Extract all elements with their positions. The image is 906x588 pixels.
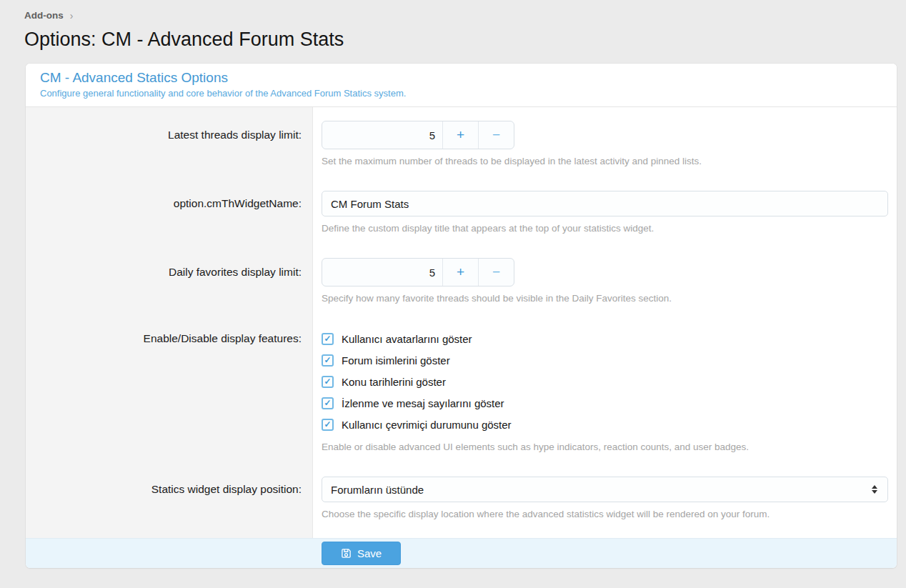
field-label: Statics widget display position: (26, 477, 312, 519)
checkbox-show-views-messages[interactable]: ✓ İzlenme ve mesaj sayılarını göster (322, 392, 888, 414)
selected-option: Forumların üstünde (331, 484, 424, 496)
increment-button[interactable]: + (442, 259, 478, 286)
checkbox-label: Konu tarihlerini göster (342, 376, 446, 388)
checkbox-show-online-status[interactable]: ✓ Kullanıcı çevrimiçi durumunu göster (322, 414, 888, 435)
form-row-widget-name: option.cmThWidgetName: Define the custom… (26, 191, 897, 234)
field-content: + − Specify how many favorite threads sh… (312, 258, 897, 304)
widget-position-select[interactable]: Forumların üstünde (322, 477, 888, 502)
panel-title: CM - Advanced Statics Options (40, 70, 882, 86)
field-content: Define the custom display title that app… (312, 191, 897, 234)
latest-threads-limit-spinner: + − (322, 121, 514, 149)
form-row-latest-threads-limit: Latest threads display limit: + − Set th… (26, 121, 897, 166)
form-row-display-features: Enable/Disable display features: ✓ Kulla… (26, 328, 897, 452)
checkbox-label: Kullanıcı çevrimiçi durumunu göster (342, 419, 512, 431)
checkbox-checked-icon[interactable]: ✓ (322, 376, 334, 388)
checkbox-checked-icon[interactable]: ✓ (322, 333, 334, 345)
panel-footer: Save (26, 538, 897, 568)
field-content: Forumların üstünde Choose the specific d… (312, 477, 897, 519)
checkbox-checked-icon[interactable]: ✓ (322, 397, 334, 409)
decrement-button[interactable]: − (478, 121, 514, 149)
options-panel: CM - Advanced Statics Options Configure … (26, 64, 897, 568)
daily-favorites-limit-spinner: + − (322, 258, 514, 286)
latest-threads-limit-input[interactable] (322, 121, 442, 149)
field-label: Latest threads display limit: (26, 121, 312, 166)
field-content: ✓ Kullanıcı avatarlarını göster ✓ Forum … (312, 328, 897, 452)
field-label: Enable/Disable display features: (26, 328, 312, 452)
checkbox-show-user-avatars[interactable]: ✓ Kullanıcı avatarlarını göster (322, 328, 888, 349)
field-label: Daily favorites display limit: (26, 258, 312, 304)
field-label: option.cmThWidgetName: (26, 191, 312, 234)
field-description: Choose the specific display location whe… (322, 509, 888, 519)
checkbox-checked-icon[interactable]: ✓ (322, 419, 334, 431)
checkbox-show-thread-dates[interactable]: ✓ Konu tarihlerini göster (322, 371, 888, 392)
chevron-right-icon: › (70, 11, 74, 21)
breadcrumb-item-add-ons[interactable]: Add-ons (24, 10, 64, 21)
form-row-daily-favorites-limit: Daily favorites display limit: + − Speci… (26, 258, 897, 304)
field-description: Set the maximum number of threads to be … (322, 156, 888, 166)
field-content: + − Set the maximum number of threads to… (312, 121, 897, 166)
widget-name-input[interactable] (322, 191, 888, 216)
field-description: Specify how many favorite threads should… (322, 293, 888, 304)
checkbox-checked-icon[interactable]: ✓ (322, 354, 334, 367)
page: Add-ons › Options: CM - Advanced Forum S… (0, 0, 906, 568)
save-button[interactable]: Save (322, 542, 401, 565)
panel-subtitle: Configure general functionality and core… (40, 88, 882, 99)
checkbox-label: İzlenme ve mesaj sayılarını göster (342, 397, 504, 409)
checkbox-label: Kullanıcı avatarlarını göster (342, 333, 472, 345)
floppy-disk-icon (341, 548, 352, 559)
select-arrows-icon (872, 485, 877, 494)
decrement-button[interactable]: − (478, 259, 514, 286)
field-description: Enable or disable advanced UI elements s… (322, 442, 888, 452)
panel-header: CM - Advanced Statics Options Configure … (26, 64, 897, 107)
daily-favorites-limit-input[interactable] (322, 259, 442, 286)
breadcrumb: Add-ons › (0, 10, 906, 21)
save-button-label: Save (357, 547, 382, 559)
increment-button[interactable]: + (442, 121, 478, 149)
checkbox-show-forum-names[interactable]: ✓ Forum isimlerini göster (322, 349, 888, 371)
page-title: Options: CM - Advanced Forum Stats (0, 29, 906, 51)
options-form: Latest threads display limit: + − Set th… (26, 107, 897, 538)
field-description: Define the custom display title that app… (322, 223, 888, 234)
form-row-widget-position: Statics widget display position: Forumla… (26, 477, 897, 519)
checkbox-label: Forum isimlerini göster (342, 354, 450, 367)
